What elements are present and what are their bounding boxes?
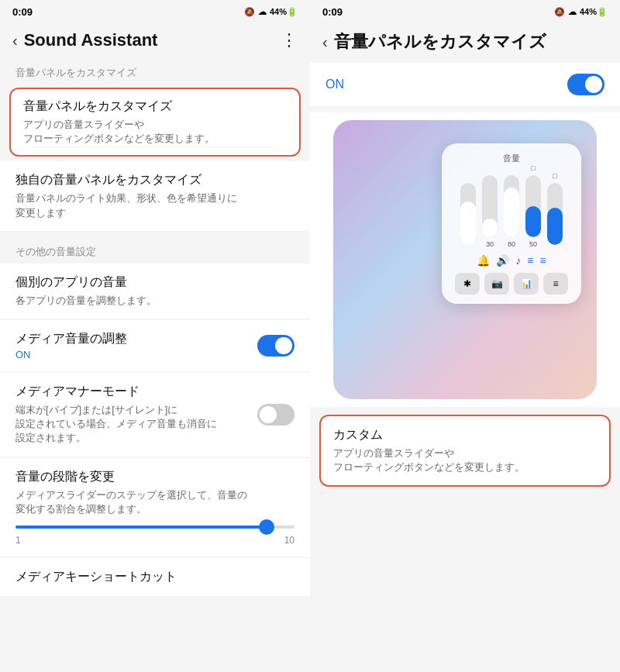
menu-item-customize-volume-desc: アプリの音量スライダーやフローティングボタンなどを変更します。 <box>23 118 287 146</box>
vol-num-2: 30 <box>486 240 494 248</box>
manner-mode-toggle-knob <box>260 406 277 423</box>
vol-bar-track-2 <box>482 175 498 237</box>
vol-bt-btn: ✱ <box>455 273 480 295</box>
vol-panel-title: 音量 <box>450 153 574 164</box>
left-content: 音量パネルをカスタマイズ 音量パネルをカスタマイズ アプリの音量スライダーやフロ… <box>0 60 310 672</box>
menu-item-customize-volume[interactable]: 音量パネルをカスタマイズ アプリの音量スライダーやフローティングボタンなどを変更… <box>9 88 301 157</box>
menu-item-media-shortcut[interactable]: メディアキーショートカット <box>0 558 310 596</box>
left-top-bar: ‹ Sound Assistant ⋮ <box>0 24 310 60</box>
slider-max-label: 10 <box>284 535 294 546</box>
manner-mode-toggle[interactable] <box>257 404 294 426</box>
on-row: ON <box>310 63 620 106</box>
section-other-label: その他の音量設定 <box>0 239 310 262</box>
menu-item-app-volume[interactable]: 個別のアプリの音量 各アプリの音量を調整します。 <box>0 264 310 319</box>
volume-panel-preview: 音量 <box>442 143 581 304</box>
left-battery: 44%🔋 <box>270 7 298 17</box>
on-label: ON <box>326 78 344 91</box>
right-panel: 0:09 🔕 ☁ 44%🔋 ‹ 音量パネルをカスタマイズ ON 音量 <box>310 0 620 672</box>
left-panel: 0:09 🔕 ☁ 44%🔋 ‹ Sound Assistant ⋮ 音量パネルを… <box>0 0 310 672</box>
vol-num-4-top: □ <box>531 164 535 172</box>
right-content: ON 音量 <box>310 63 620 672</box>
vol-bar-track-5 <box>547 183 563 245</box>
volume-steps-slider-track[interactable] <box>16 526 294 529</box>
vol-bar-track-3 <box>504 175 519 237</box>
vol-bar-track-1 <box>460 183 476 245</box>
menu-item-manner-mode[interactable]: メディアマナーモード 端末が[バイブ]または[サイレント]に設定されている場合、… <box>0 373 310 457</box>
vol-col-1 <box>460 183 476 248</box>
section-divider-1 <box>0 233 310 239</box>
bottom-card[interactable]: カスタム アプリの音量スライダーやフローティングボタンなどを変更します。 <box>319 415 611 487</box>
right-status-icons: 🔕 ☁ 44%🔋 <box>554 7 608 17</box>
menu-item-unique-panel-title: 独自の音量パネルをカスタマイズ <box>16 172 294 188</box>
vol-bar-fill-1 <box>460 202 476 245</box>
menu-item-media-adjust-left: メディア音量の調整 ON <box>16 331 127 360</box>
vol-col-5: □ <box>547 172 563 248</box>
phone-mockup: 音量 <box>333 120 597 399</box>
menu-item-volume-steps-title: 音量の段階を変更 <box>16 469 294 485</box>
preview-area: 音量 <box>310 112 620 407</box>
vol-cam-btn: 📷 <box>484 273 509 295</box>
menu-item-manner-mode-desc: 端末が[バイブ]または[サイレント]に設定されている場合、メディア音量も消音に設… <box>16 403 217 446</box>
vol-music-icon: ♪ <box>515 254 521 267</box>
left-status-icons: 🔕 ☁ 44%🔋 <box>244 7 298 17</box>
vol-col-3: 80 <box>504 175 519 248</box>
vol-menu-btn: ≡ <box>543 273 568 295</box>
right-page-title: 音量パネルをカスタマイズ <box>334 30 546 53</box>
left-wifi-icon: ☁ <box>258 7 267 17</box>
left-nav-left: ‹ Sound Assistant <box>12 30 157 50</box>
vol-col-4: □ 50 <box>525 164 541 248</box>
menu-item-volume-steps: 音量の段階を変更 メディアスライダーのステップを選択して、音量の変化する割合を調… <box>0 458 310 557</box>
left-back-button[interactable]: ‹ <box>12 32 18 50</box>
menu-item-manner-mode-left: メディアマナーモード 端末が[バイブ]または[サイレント]に設定されている場合、… <box>16 384 217 446</box>
menu-item-media-adjust-sub: ON <box>16 349 127 360</box>
media-adjust-toggle[interactable] <box>257 335 294 357</box>
vol-sliders: 30 80 □ <box>450 171 574 248</box>
vol-eq-icon: ≡ <box>527 254 533 267</box>
vol-bar-fill-3 <box>504 188 519 237</box>
volume-steps-slider-fill <box>16 526 267 529</box>
media-adjust-toggle-knob <box>275 337 292 354</box>
menu-item-manner-mode-title: メディアマナーモード <box>16 384 217 400</box>
vol-bar-fill-5 <box>547 208 563 245</box>
vol-bar-fill-2 <box>482 219 498 237</box>
left-more-button[interactable]: ⋮ <box>281 30 298 50</box>
vol-icon-row: 🔔 🔊 ♪ ≡ ≡ <box>450 254 574 267</box>
left-time: 0:09 <box>12 6 33 18</box>
right-signal-icon: 🔕 <box>554 7 565 17</box>
menu-item-customize-volume-title: 音量パネルをカスタマイズ <box>23 98 287 115</box>
vol-bottom-row: ✱ 📷 📊 ≡ <box>450 273 574 295</box>
bottom-card-title: カスタム <box>333 427 597 443</box>
vol-num-3: 80 <box>508 240 515 248</box>
vol-speaker-icon: 🔊 <box>496 254 509 267</box>
vol-chart-btn: 📊 <box>514 273 539 295</box>
right-back-button[interactable]: ‹ <box>322 33 328 51</box>
left-status-bar: 0:09 🔕 ☁ 44%🔋 <box>0 0 310 24</box>
menu-item-unique-panel[interactable]: 独自の音量パネルをカスタマイズ 音量パネルのライト効果、形状、色を希望通りに変更… <box>0 161 310 230</box>
menu-item-media-adjust[interactable]: メディア音量の調整 ON <box>0 320 310 371</box>
section-volume-panel-label: 音量パネルをカスタマイズ <box>0 60 310 83</box>
right-top-bar: ‹ 音量パネルをカスタマイズ <box>310 24 620 63</box>
vol-bar-track-4 <box>525 175 541 237</box>
menu-item-media-shortcut-title: メディアキーショートカット <box>16 569 294 585</box>
left-signal-icon: 🔕 <box>244 7 255 17</box>
vol-col-2: 30 <box>482 175 498 248</box>
right-nav-left: ‹ 音量パネルをカスタマイズ <box>322 30 546 53</box>
right-time: 0:09 <box>322 6 343 18</box>
vol-num-4: 50 <box>529 240 537 248</box>
menu-item-app-volume-desc: 各アプリの音量を調整します。 <box>16 294 294 308</box>
vol-bar-fill-4 <box>525 206 541 237</box>
right-battery: 44%🔋 <box>580 7 608 17</box>
vol-num-5-top: □ <box>553 172 556 180</box>
right-main-toggle[interactable] <box>567 74 604 95</box>
slider-min-label: 1 <box>16 535 21 546</box>
volume-steps-labels: 1 10 <box>16 535 294 546</box>
right-status-bar: 0:09 🔕 ☁ 44%🔋 <box>310 0 620 24</box>
menu-item-volume-steps-desc: メディアスライダーのステップを選択して、音量の変化する割合を調整します。 <box>16 488 294 516</box>
menu-item-unique-panel-desc: 音量パネルのライト効果、形状、色を希望通りに変更します <box>16 191 294 219</box>
vol-list-icon: ≡ <box>540 254 546 267</box>
right-main-toggle-knob <box>585 76 602 93</box>
bottom-card-desc: アプリの音量スライダーやフローティングボタンなどを変更します。 <box>333 446 597 474</box>
left-page-title: Sound Assistant <box>24 30 158 50</box>
volume-steps-slider-thumb[interactable] <box>259 519 274 535</box>
menu-item-app-volume-title: 個別のアプリの音量 <box>16 274 294 291</box>
